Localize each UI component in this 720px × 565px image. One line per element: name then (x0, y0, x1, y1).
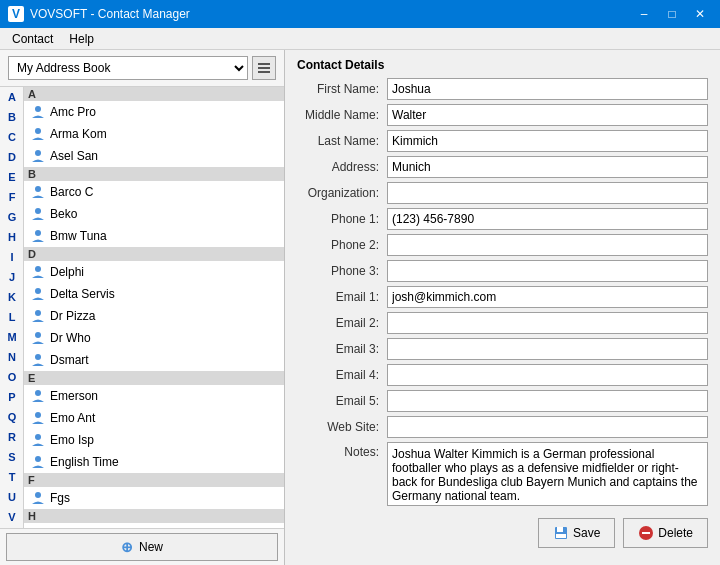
contact-details-header: Contact Details (297, 58, 708, 72)
list-item[interactable]: English Time (24, 451, 284, 473)
menu-help[interactable]: Help (61, 30, 102, 48)
phone3-input[interactable] (387, 260, 708, 282)
letter-header-H: H (24, 509, 284, 523)
address-book-select[interactable]: My Address Book (8, 56, 248, 80)
list-item[interactable]: Dr Pizza (24, 305, 284, 327)
svg-point-5 (35, 150, 41, 156)
contact-name: Emo Ant (50, 411, 95, 425)
email4-row: Email 4: (297, 364, 708, 386)
list-item[interactable]: Asel San (24, 145, 284, 167)
alpha-T[interactable]: T (0, 467, 24, 487)
contact-name: Emerson (50, 389, 98, 403)
alpha-P[interactable]: P (0, 387, 24, 407)
address-input[interactable] (387, 156, 708, 178)
alpha-D[interactable]: D (0, 147, 24, 167)
contact-person-icon (30, 352, 46, 368)
alpha-G[interactable]: G (0, 207, 24, 227)
svg-point-18 (35, 492, 41, 498)
alpha-K[interactable]: K (0, 287, 24, 307)
alpha-J[interactable]: J (0, 267, 24, 287)
contact-name: Arma Kom (50, 127, 107, 141)
phone1-input[interactable] (387, 208, 708, 230)
close-button[interactable]: ✕ (688, 4, 712, 24)
window-title: VOVSOFT - Contact Manager (30, 7, 632, 21)
alpha-R[interactable]: R (0, 427, 24, 447)
last-name-input[interactable] (387, 130, 708, 152)
alpha-B[interactable]: B (0, 107, 24, 127)
new-contact-button[interactable]: ⊕ New (6, 533, 278, 561)
contact-name: Beko (50, 207, 77, 221)
website-input[interactable] (387, 416, 708, 438)
alpha-H[interactable]: H (0, 227, 24, 247)
alpha-S[interactable]: S (0, 447, 24, 467)
email2-input[interactable] (387, 312, 708, 334)
list-item[interactable]: Emerson (24, 385, 284, 407)
alpha-A[interactable]: A (0, 87, 24, 107)
alpha-U[interactable]: U (0, 487, 24, 507)
address-row: Address: (297, 156, 708, 178)
email1-input[interactable] (387, 286, 708, 308)
middle-name-row: Middle Name: (297, 104, 708, 126)
list-item[interactable]: Delta Servis (24, 283, 284, 305)
right-panel: Contact Details First Name: Middle Name:… (285, 50, 720, 565)
list-item[interactable]: Fgs (24, 487, 284, 509)
menu-contact[interactable]: Contact (4, 30, 61, 48)
list-item[interactable]: Emo Isp (24, 429, 284, 451)
list-item[interactable]: Bmw Tuna (24, 225, 284, 247)
list-item[interactable]: Barco C (24, 181, 284, 203)
list-item[interactable]: Arma Kom (24, 123, 284, 145)
contact-person-icon (30, 104, 46, 120)
left-panel: My Address Book A B C D E F G H (0, 50, 285, 565)
list-item[interactable]: Dr Who (24, 327, 284, 349)
first-name-input[interactable] (387, 78, 708, 100)
delete-label: Delete (658, 526, 693, 540)
delete-button[interactable]: Delete (623, 518, 708, 548)
alpha-L[interactable]: L (0, 307, 24, 327)
contact-person-icon (30, 206, 46, 222)
contact-person-icon (30, 388, 46, 404)
contact-name: English Time (50, 455, 119, 469)
save-button[interactable]: Save (538, 518, 615, 548)
contact-person-icon (30, 286, 46, 302)
alpha-M[interactable]: M (0, 327, 24, 347)
list-item[interactable]: Beko (24, 203, 284, 225)
contact-name: Dr Pizza (50, 309, 95, 323)
svg-point-7 (35, 208, 41, 214)
svg-point-14 (35, 390, 41, 396)
email1-label: Email 1: (297, 290, 387, 304)
last-name-label: Last Name: (297, 134, 387, 148)
alpha-N[interactable]: N (0, 347, 24, 367)
letter-header-B: B (24, 167, 284, 181)
alpha-F[interactable]: F (0, 187, 24, 207)
svg-point-17 (35, 456, 41, 462)
alpha-Q[interactable]: Q (0, 407, 24, 427)
email3-row: Email 3: (297, 338, 708, 360)
list-item[interactable]: Emo Ant (24, 407, 284, 429)
contact-name: Amc Pro (50, 105, 96, 119)
list-item[interactable]: Dsmart (24, 349, 284, 371)
phone3-row: Phone 3: (297, 260, 708, 282)
alpha-C[interactable]: C (0, 127, 24, 147)
contacts-area: A B C D E F G H I J K L M N O P Q R S T (0, 87, 284, 528)
alpha-V[interactable]: V (0, 507, 24, 527)
svg-point-12 (35, 332, 41, 338)
alpha-O[interactable]: O (0, 367, 24, 387)
alpha-I[interactable]: I (0, 247, 24, 267)
maximize-button[interactable]: □ (660, 4, 684, 24)
phone2-input[interactable] (387, 234, 708, 256)
minimize-button[interactable]: – (632, 4, 656, 24)
address-book-settings-button[interactable] (252, 56, 276, 80)
email5-input[interactable] (387, 390, 708, 412)
middle-name-input[interactable] (387, 104, 708, 126)
bottom-bar: Save Delete (297, 518, 708, 548)
alpha-sidebar: A B C D E F G H I J K L M N O P Q R S T (0, 87, 24, 528)
contact-list: A Amc Pro Arma Kom Asel SanB Barco C Bek… (24, 87, 284, 528)
email4-input[interactable] (387, 364, 708, 386)
notes-textarea[interactable]: Joshua Walter Kimmich is a German profes… (387, 442, 708, 506)
list-item[interactable]: Amc Pro (24, 101, 284, 123)
organization-input[interactable] (387, 182, 708, 204)
list-item[interactable]: Delphi (24, 261, 284, 283)
alpha-E[interactable]: E (0, 167, 24, 187)
email3-input[interactable] (387, 338, 708, 360)
svg-point-6 (35, 186, 41, 192)
